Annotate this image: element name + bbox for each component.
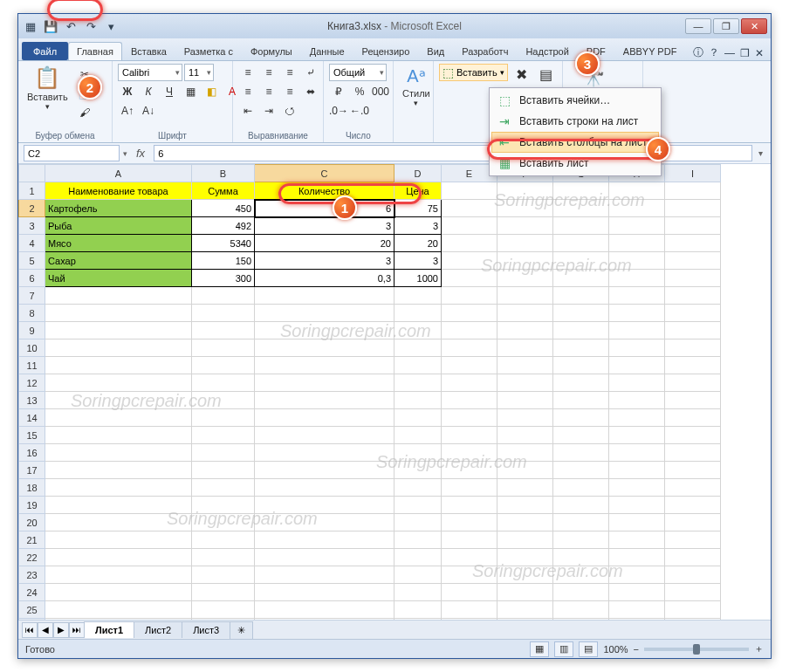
- sheet-nav-first[interactable]: ⏮: [22, 622, 38, 638]
- cell-I18[interactable]: [665, 479, 721, 497]
- cell-B16[interactable]: [192, 444, 255, 462]
- tab-данные[interactable]: Данные: [301, 42, 353, 60]
- ribbon-restore-icon[interactable]: ❐: [740, 47, 750, 59]
- cell-H17[interactable]: [609, 462, 665, 479]
- row-header-23[interactable]: 23: [19, 566, 45, 584]
- sheet-nav-last[interactable]: ⏭: [69, 622, 85, 638]
- cell-H4[interactable]: [609, 235, 665, 252]
- column-header-I[interactable]: I: [665, 165, 721, 182]
- cell-E4[interactable]: [442, 235, 497, 252]
- row-header-2[interactable]: 2: [19, 200, 45, 217]
- row-header-9[interactable]: 9: [19, 322, 45, 339]
- cell-H19[interactable]: [609, 497, 665, 514]
- cell-C17[interactable]: [255, 462, 394, 479]
- cell-B9[interactable]: [192, 322, 255, 339]
- cell-F20[interactable]: [497, 514, 553, 531]
- cell-H10[interactable]: [609, 339, 665, 357]
- cell-H20[interactable]: [609, 514, 665, 531]
- grow-font-button[interactable]: A↑: [118, 102, 137, 120]
- cell-G24[interactable]: [553, 584, 609, 601]
- cell-C14[interactable]: [255, 409, 394, 427]
- cell-F3[interactable]: [497, 217, 553, 235]
- cell-E18[interactable]: [442, 479, 497, 497]
- cell-A7[interactable]: [45, 287, 192, 305]
- cell-D9[interactable]: [394, 322, 442, 339]
- cell-B17[interactable]: [192, 462, 255, 479]
- cell-H5[interactable]: [609, 252, 665, 270]
- cell-G1[interactable]: [553, 182, 609, 200]
- orientation-button[interactable]: ⭯: [280, 102, 299, 120]
- cell-A19[interactable]: [45, 497, 192, 514]
- tab-abbyy pdf[interactable]: ABBYY PDF: [614, 42, 686, 60]
- cell-G19[interactable]: [553, 497, 609, 514]
- cell-B3[interactable]: 492: [192, 217, 255, 235]
- cell-A24[interactable]: [45, 584, 192, 601]
- cell-B7[interactable]: [192, 287, 255, 305]
- insert-splitbutton[interactable]: ⬚ Вставить ▾: [439, 64, 508, 81]
- redo-icon[interactable]: ↷: [82, 17, 99, 35]
- cell-E17[interactable]: [442, 462, 497, 479]
- row-header-26[interactable]: 26: [19, 619, 45, 621]
- cell-H14[interactable]: [609, 409, 665, 427]
- cell-E16[interactable]: [442, 444, 497, 462]
- cell-C23[interactable]: [255, 566, 394, 584]
- cell-A16[interactable]: [45, 444, 192, 462]
- underline-button[interactable]: Ч: [160, 83, 179, 100]
- cell-B10[interactable]: [192, 339, 255, 357]
- cell-A5[interactable]: Сахар: [45, 252, 192, 270]
- zoom-out-button[interactable]: −: [634, 644, 639, 655]
- cell-H23[interactable]: [609, 566, 665, 584]
- cell-A1[interactable]: Наименование товара: [45, 182, 192, 200]
- row-header-7[interactable]: 7: [19, 287, 45, 305]
- insert-menu-item-3[interactable]: ▦Вставить лист: [491, 153, 659, 174]
- cell-B6[interactable]: 300: [192, 270, 255, 287]
- cell-G6[interactable]: [553, 270, 609, 287]
- row-header-4[interactable]: 4: [19, 235, 45, 252]
- align-left-button[interactable]: ≡: [238, 83, 257, 100]
- cell-C2[interactable]: 6: [255, 200, 394, 217]
- cell-C4[interactable]: 20: [255, 235, 394, 252]
- cell-D26[interactable]: [394, 619, 442, 621]
- cell-D5[interactable]: 3: [394, 252, 442, 270]
- expand-formula-icon[interactable]: ▾: [756, 148, 765, 158]
- cell-B22[interactable]: [192, 549, 255, 566]
- cell-F23[interactable]: [497, 566, 553, 584]
- cell-A8[interactable]: [45, 305, 192, 322]
- cell-B1[interactable]: Сумма: [192, 182, 255, 200]
- cell-A9[interactable]: [45, 322, 192, 339]
- cell-E15[interactable]: [442, 427, 497, 444]
- cell-C6[interactable]: 0,3: [255, 270, 394, 287]
- cell-F24[interactable]: [497, 584, 553, 601]
- cell-I13[interactable]: [665, 392, 721, 409]
- cell-G14[interactable]: [553, 409, 609, 427]
- row-header-16[interactable]: 16: [19, 444, 45, 462]
- cell-F22[interactable]: [497, 549, 553, 566]
- cell-F2[interactable]: [497, 200, 553, 217]
- new-sheet-button[interactable]: ✳: [230, 621, 253, 639]
- cell-F19[interactable]: [497, 497, 553, 514]
- cell-G7[interactable]: [553, 287, 609, 305]
- cell-C25[interactable]: [255, 601, 394, 619]
- cell-G11[interactable]: [553, 357, 609, 374]
- cell-E9[interactable]: [442, 322, 497, 339]
- cell-F6[interactable]: [497, 270, 553, 287]
- cell-B20[interactable]: [192, 514, 255, 531]
- tab-рецензиро[interactable]: Рецензиро: [353, 42, 419, 60]
- cell-B13[interactable]: [192, 392, 255, 409]
- cell-D22[interactable]: [394, 549, 442, 566]
- border-button[interactable]: ▦: [181, 83, 200, 100]
- cell-F25[interactable]: [497, 601, 553, 619]
- cell-G8[interactable]: [553, 305, 609, 322]
- tab-разметка с[interactable]: Разметка с: [175, 42, 242, 60]
- cell-D6[interactable]: 1000: [394, 270, 442, 287]
- cell-D20[interactable]: [394, 514, 442, 531]
- align-top-button[interactable]: ≡: [238, 64, 257, 81]
- cell-I3[interactable]: [665, 217, 721, 235]
- cell-B24[interactable]: [192, 584, 255, 601]
- sheet-nav-prev[interactable]: ◀: [38, 622, 53, 638]
- cell-E11[interactable]: [442, 357, 497, 374]
- cell-I15[interactable]: [665, 427, 721, 444]
- tab-вставка[interactable]: Вставка: [122, 42, 175, 60]
- row-header-14[interactable]: 14: [19, 409, 45, 427]
- cell-E25[interactable]: [442, 601, 497, 619]
